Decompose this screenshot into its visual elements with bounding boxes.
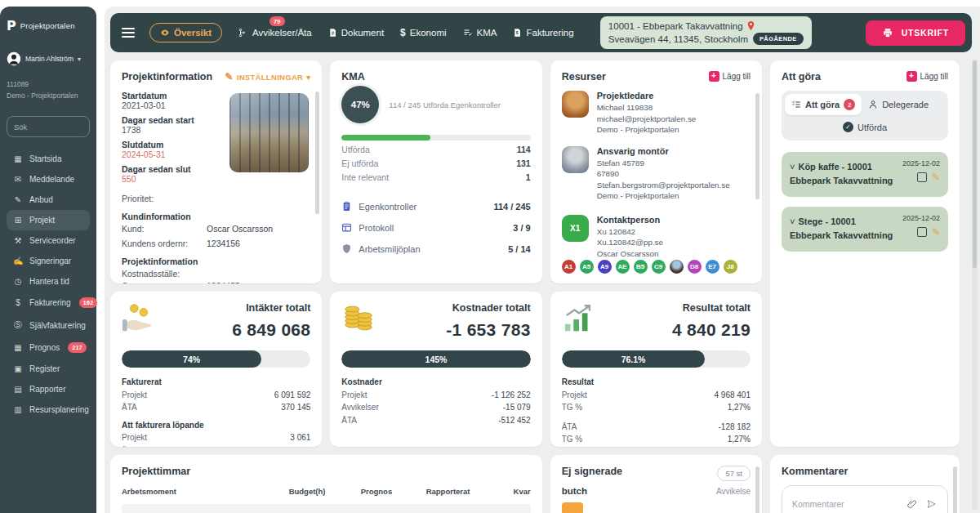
avatar-chip[interactable]: E7 bbox=[704, 258, 721, 275]
avatar-chip[interactable]: D8 bbox=[686, 258, 703, 275]
app-logo[interactable]: P Projektportalen bbox=[7, 18, 90, 33]
signature-icon: ✍ bbox=[13, 256, 23, 265]
table-header: Arbetsmoment Budget(h) Prognos Rapporter… bbox=[122, 487, 531, 496]
sidebar-item-rapporter[interactable]: ▤ Rapporter bbox=[7, 379, 90, 399]
sidebar-item-prognos[interactable]: ▦ Prognos 217 bbox=[7, 337, 90, 359]
sidebar-item-meddelande[interactable]: ✉ Meddelande bbox=[7, 169, 90, 190]
paperclip-icon[interactable] bbox=[906, 498, 917, 510]
sidebar-item-resursplanering[interactable]: ▥ Resursplanering bbox=[7, 399, 90, 420]
card-scrollbar[interactable] bbox=[953, 466, 957, 513]
progressbar: 74% bbox=[122, 350, 310, 368]
avatar-chip[interactable] bbox=[668, 258, 685, 275]
pencil-icon[interactable]: ✎ bbox=[932, 226, 940, 238]
tab-oversikt[interactable]: Översikt bbox=[149, 23, 222, 42]
add-resource-button[interactable]: + Lägg till bbox=[709, 71, 751, 82]
avatar-chip[interactable]: A1 bbox=[560, 258, 577, 275]
avatar-chip[interactable]: C9 bbox=[650, 258, 667, 275]
avatar-chip[interactable]: A5 bbox=[578, 258, 595, 275]
todo-date: 2025-12-02 bbox=[902, 159, 940, 167]
branch-icon bbox=[238, 28, 248, 38]
hand-coins-icon bbox=[122, 302, 159, 335]
todo-item[interactable]: ˅Köp kaffe - 10001 Ebbepark Takavvattnin… bbox=[782, 152, 948, 197]
tab-delegerade[interactable]: Delegerade bbox=[862, 94, 935, 115]
todo-checkbox[interactable] bbox=[917, 172, 927, 182]
checklist-icon bbox=[463, 28, 473, 38]
delegate-icon bbox=[868, 100, 878, 109]
count-badge: 162 bbox=[79, 297, 98, 308]
todo-checkbox[interactable] bbox=[917, 227, 927, 237]
tab-ekonomi[interactable]: $ Ekonomi bbox=[400, 27, 446, 38]
card-resurser: Resurser + Lägg till Projektledare Micha… bbox=[550, 60, 762, 283]
user-avatar bbox=[7, 51, 21, 66]
sidebar-item-startsida[interactable]: ▦ Startsida bbox=[7, 149, 90, 169]
link-arbetsmiljoplan[interactable]: Arbetsmiljöplan5 / 14 bbox=[341, 243, 530, 254]
avatar-chip[interactable]: B5 bbox=[632, 258, 649, 275]
grid-icon: ▦ bbox=[13, 343, 23, 352]
link-protokoll[interactable]: Protokoll3 / 9 bbox=[341, 222, 530, 233]
page-scrollbar[interactable] bbox=[972, 59, 978, 510]
card-scrollbar[interactable] bbox=[755, 93, 760, 199]
progressbar: 76.1% bbox=[562, 350, 751, 368]
comment-input[interactable]: Kommentarer bbox=[782, 485, 948, 513]
card-title: Resurser bbox=[562, 71, 606, 83]
total-value: -1 653 783 bbox=[446, 320, 530, 340]
tab-att-gora[interactable]: Att göra 2 bbox=[785, 94, 862, 115]
settings-button[interactable]: ✎ INSTÄLLNINGAR ▾ bbox=[225, 71, 310, 83]
card-kommentarer: Kommentarer Kommentarer bbox=[770, 455, 960, 513]
user-menu[interactable]: Martin Ahlström ▾ bbox=[7, 51, 90, 66]
pencil-icon[interactable]: ✎ bbox=[932, 172, 940, 183]
card-scrollbar[interactable] bbox=[755, 466, 760, 513]
sidebar-item-signeringar[interactable]: ✍ Signeringar bbox=[7, 251, 90, 271]
user-name: Martin Ahlström bbox=[25, 55, 74, 63]
resource-row[interactable]: X1 Kontaktperson Xu 120842 Xu.120842@pp.… bbox=[562, 215, 751, 260]
kma-percent-circle: 47% bbox=[341, 86, 379, 123]
avatar-chip[interactable]: AE bbox=[614, 258, 631, 275]
sidebar-item-register[interactable]: ▣ Register bbox=[7, 359, 90, 379]
printer-icon bbox=[882, 28, 893, 38]
chevron-down-icon: ▾ bbox=[78, 56, 81, 63]
link-egenkontroller[interactable]: Egenkontroller114 / 245 bbox=[341, 201, 530, 212]
document-icon bbox=[328, 28, 337, 38]
table-row[interactable] bbox=[122, 504, 531, 513]
invoice-icon: $ bbox=[513, 28, 522, 38]
sidebar-item-anbud[interactable]: ✎ Anbud bbox=[7, 190, 90, 210]
calendar-icon: ▤ bbox=[13, 385, 23, 394]
card-kma: KMA 47% 114 / 245 Utförda Egenkontroller… bbox=[330, 60, 541, 283]
card-title: Att göra bbox=[782, 71, 821, 83]
sidebar-item-sjalvfakturering[interactable]: Ⓢ Självfakturering bbox=[7, 314, 90, 337]
count-pill: 57 st bbox=[717, 466, 751, 481]
tab-utforda[interactable]: ✓ Utförda bbox=[836, 117, 893, 137]
sidebar-item-hantera-tid[interactable]: ◷ Hantera tid bbox=[7, 271, 90, 292]
project-photo bbox=[229, 93, 309, 172]
project-info-box[interactable]: 10001 - Ebbepark Takavvattning Sveavägen… bbox=[600, 16, 812, 49]
card-att-gora: Att göra + Lägg till Att göra 2 Delegera… bbox=[770, 60, 960, 447]
tab-dokument[interactable]: Dokument bbox=[328, 28, 384, 38]
resource-row[interactable]: Projektledare Michael 119838 michael@pro… bbox=[562, 91, 751, 136]
image-icon: ▣ bbox=[13, 364, 23, 373]
grid-icon: ⊞ bbox=[13, 216, 23, 225]
unsigned-row[interactable]: butch Avvikelse bbox=[562, 486, 751, 496]
avatar-chip[interactable]: A9 bbox=[596, 258, 613, 275]
avatar-chip[interactable]: J8 bbox=[722, 258, 739, 275]
comment-placeholder: Kommentarer bbox=[792, 499, 906, 509]
print-button[interactable]: UTSKRIFT bbox=[866, 20, 965, 46]
org-info: 111089 Demo - Projektportalen bbox=[7, 79, 90, 101]
tab-avvikelser-ata[interactable]: 79 Avvikelser/Äta bbox=[238, 28, 312, 38]
sidebar-item-serviceorder[interactable]: ⚒ Serviceorder bbox=[7, 230, 90, 251]
sidebar-item-projekt[interactable]: ⊞ Projekt bbox=[7, 210, 90, 230]
menu-icon[interactable] bbox=[122, 28, 135, 38]
card-scrollbar[interactable] bbox=[315, 91, 319, 214]
todo-item[interactable]: ˅Stege - 10001 Ebbepark Takavvattning 20… bbox=[782, 207, 948, 252]
send-icon[interactable] bbox=[925, 498, 938, 510]
clipboard-icon bbox=[341, 201, 352, 212]
resource-row[interactable]: Ansvarig montör Stefan 45789 67890 Stefa… bbox=[562, 146, 751, 202]
search-input[interactable] bbox=[7, 116, 90, 137]
add-todo-button[interactable]: + Lägg till bbox=[906, 71, 948, 82]
sidebar-item-fakturering[interactable]: $ Fakturering 162 bbox=[7, 292, 90, 314]
status-badge bbox=[562, 502, 583, 513]
tab-fakturering[interactable]: $ Fakturering bbox=[513, 28, 573, 38]
total-value: 6 849 068 bbox=[232, 320, 310, 340]
plus-icon: + bbox=[709, 71, 719, 82]
tab-kma[interactable]: KMA bbox=[463, 28, 497, 38]
avatar bbox=[562, 91, 589, 118]
